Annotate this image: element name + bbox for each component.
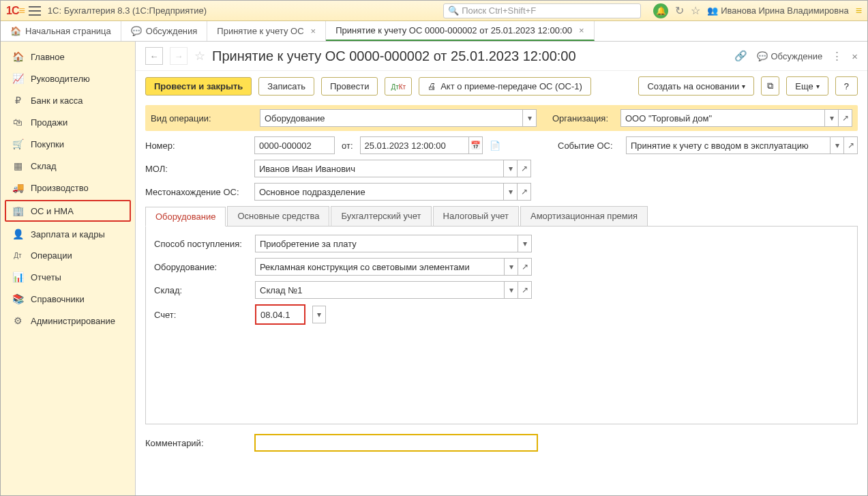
dropdown-icon[interactable]: ▾ — [505, 281, 518, 299]
close-icon[interactable]: × — [579, 25, 584, 35]
method-value: Приобретение за плату — [260, 239, 357, 249]
dropdown-icon[interactable]: ▾ — [504, 160, 518, 177]
sidebar-item-main[interactable]: 🏠Главное — [1, 46, 135, 68]
dtkt-button[interactable]: ДтКт — [385, 77, 412, 96]
user-icon: 👥 — [707, 5, 718, 16]
discussion-button[interactable]: 💬 Обсуждение — [757, 51, 822, 61]
sidebar: 🏠Главное 📈Руководителю ₽Банк и касса 🛍Пр… — [1, 42, 136, 496]
method-select[interactable]: Приобретение за плату — [255, 235, 518, 252]
post-and-close-button[interactable]: Провести и закрыть — [145, 77, 252, 96]
mol-select[interactable]: Иванов Иван Иванович — [254, 160, 504, 177]
subtab-accounting[interactable]: Бухгалтерский учет — [331, 206, 431, 226]
close-icon[interactable]: × — [311, 26, 316, 36]
location-select[interactable]: Основное подразделение — [254, 183, 504, 201]
event-value: Принятие к учету с вводом в эксплуатацию — [631, 141, 809, 151]
sidebar-item-hr[interactable]: 👤Зарплата и кадры — [1, 223, 135, 245]
event-select[interactable]: Принятие к учету с вводом в эксплуатацию — [626, 136, 830, 154]
subtab-assets[interactable]: Основные средства — [227, 206, 329, 226]
sidebar-item-purchases[interactable]: 🛒Покупки — [1, 133, 135, 155]
tab-doc-list[interactable]: Принятие к учету ОС × — [207, 21, 326, 41]
sidebar-item-sales[interactable]: 🛍Продажи — [1, 111, 135, 133]
sidebar-item-bank[interactable]: ₽Банк и касса — [1, 89, 135, 111]
sidebar-item-refs[interactable]: 📚Справочники — [1, 288, 135, 310]
save-button[interactable]: Записать — [258, 77, 314, 96]
dropdown-icon[interactable]: ▾ — [518, 235, 532, 252]
equipment-label: Оборудование: — [154, 262, 248, 272]
calendar-icon[interactable]: 📅 — [469, 136, 483, 154]
subtab-tax[interactable]: Налоговый учет — [433, 206, 519, 226]
menu-icon[interactable] — [29, 6, 41, 16]
create-based-button[interactable]: Создать на основании ▾ — [638, 76, 754, 96]
subtab-equipment[interactable]: Оборудование — [145, 207, 226, 227]
sidebar-item-assets[interactable]: 🏢ОС и НМА — [5, 200, 131, 222]
settings-bars-icon[interactable]: ≡ — [856, 5, 862, 17]
close-icon[interactable]: × — [852, 50, 858, 62]
sidebar-item-label: Банк и касса — [31, 96, 83, 106]
link-icon[interactable]: 🔗 — [734, 50, 747, 62]
dropdown-icon[interactable]: ▾ — [505, 258, 518, 276]
sidebar-item-production[interactable]: 🚚Производство — [1, 177, 135, 199]
sidebar-item-label: Операции — [31, 250, 72, 261]
org-value: ООО "Торговый дом" — [625, 113, 712, 123]
sidebar-item-chief[interactable]: 📈Руководителю — [1, 68, 135, 89]
sidebar-item-label: Администрирование — [31, 316, 115, 326]
warehouse-select[interactable]: Склад №1 — [255, 281, 505, 299]
status-icon: 📄 — [490, 141, 500, 151]
equipment-select[interactable]: Рекламная конструкция со световыми элеме… — [255, 258, 505, 276]
forward-button[interactable]: → — [170, 47, 188, 65]
open-icon[interactable]: ↗ — [844, 136, 858, 154]
post-button[interactable]: Провести — [321, 77, 378, 96]
sidebar-item-reports[interactable]: 📊Отчеты — [1, 266, 135, 288]
more-button[interactable]: Еще ▾ — [786, 76, 828, 96]
account-highlight: 08.04.1 — [255, 304, 305, 325]
from-label: от: — [342, 141, 353, 151]
comment-input[interactable] — [254, 434, 538, 452]
tab-discussions[interactable]: 💬 Обсуждения — [121, 21, 208, 41]
date-input[interactable]: 25.01.2023 12:00:00 — [360, 136, 469, 154]
account-input[interactable]: 08.04.1 — [256, 306, 304, 323]
tab-doc-current[interactable]: Принятие к учету ОС 0000-000002 от 25.01… — [326, 21, 594, 41]
structure-button[interactable]: ⧉ — [761, 76, 779, 96]
org-select[interactable]: ООО "Торговый дом" — [620, 109, 825, 127]
subtab-content: Способ поступления: Приобретение за плат… — [145, 227, 858, 424]
notifications-icon[interactable]: 🔔 — [653, 3, 668, 18]
favorite-star-icon[interactable]: ☆ — [194, 48, 205, 63]
subtab-premium[interactable]: Амортизационная премия — [520, 206, 648, 226]
location-label: Местонахождение ОС: — [145, 187, 248, 197]
open-icon[interactable]: ↗ — [518, 281, 532, 299]
user-menu[interactable]: 👥 Иванова Ирина Владимировна — [707, 5, 849, 16]
open-icon[interactable]: ↗ — [518, 160, 531, 177]
open-icon[interactable]: ↗ — [518, 258, 532, 276]
org-label: Организация: — [552, 113, 614, 123]
more-icon[interactable]: ⋮ — [832, 50, 842, 62]
sidebar-item-label: Производство — [31, 183, 89, 193]
search-input[interactable]: 🔍 Поиск Ctrl+Shift+F — [443, 3, 641, 18]
open-icon[interactable]: ↗ — [839, 109, 852, 127]
dropdown-icon[interactable]: ▾ — [504, 183, 518, 201]
dropdown-icon[interactable]: ▾ — [312, 306, 326, 323]
event-label: Событие ОС: — [558, 141, 619, 151]
tab-home[interactable]: 🏠 Начальная страница — [1, 21, 121, 41]
number-input[interactable]: 0000-000002 — [254, 136, 335, 154]
open-icon[interactable]: ↗ — [518, 183, 531, 201]
building-icon: 🏢 — [12, 205, 24, 216]
comment-row: Комментарий: — [136, 428, 867, 457]
back-button[interactable]: ← — [145, 47, 163, 65]
print-act-button[interactable]: 🖨 Акт о приеме-передаче ОС (ОС-1) — [419, 77, 591, 96]
help-button[interactable]: ? — [835, 76, 858, 96]
dropdown-icon[interactable]: ▾ — [523, 109, 537, 127]
op-type-select[interactable]: Оборудование — [260, 109, 523, 127]
star-icon[interactable]: ☆ — [691, 4, 700, 17]
sidebar-item-operations[interactable]: ДтОперации — [1, 245, 135, 266]
sub-tabs: Оборудование Основные средства Бухгалтер… — [145, 206, 858, 227]
location-value: Основное подразделение — [259, 187, 365, 197]
history-icon[interactable]: ↻ — [675, 4, 684, 17]
dropdown-icon[interactable]: ▾ — [830, 136, 844, 154]
sidebar-item-admin[interactable]: ⚙Администрирование — [1, 310, 135, 332]
sidebar-item-label: Главное — [31, 52, 65, 62]
warehouse-label: Склад: — [154, 285, 248, 295]
dropdown-icon[interactable]: ▾ — [825, 109, 839, 127]
doc-title: Принятие к учету ОС 0000-000002 от 25.01… — [212, 48, 728, 64]
account-value: 08.04.1 — [260, 310, 290, 320]
sidebar-item-warehouse[interactable]: ▦Склад — [1, 155, 135, 177]
